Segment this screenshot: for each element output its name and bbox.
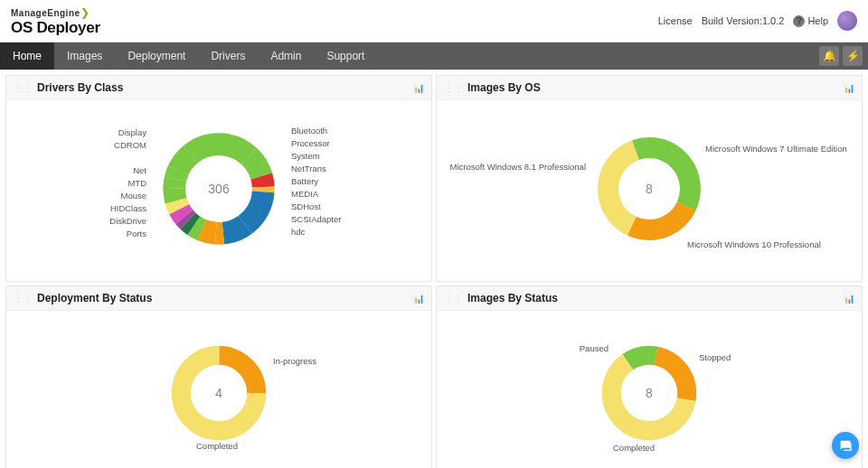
slice-label: Display bbox=[118, 127, 146, 137]
drag-handle-icon[interactable]: ⋮⋮ bbox=[14, 294, 33, 304]
slice-label: Microsoft Windows 10 Professional bbox=[687, 239, 821, 249]
drag-handle-icon[interactable]: ⋮⋮ bbox=[444, 294, 464, 304]
chart-type-icon[interactable]: 📊 bbox=[844, 83, 854, 93]
brand-company: ManageEngine❯ bbox=[11, 7, 100, 18]
bolt-icon: ⚡ bbox=[846, 50, 860, 62]
chart-type-icon[interactable]: 📊 bbox=[413, 294, 424, 304]
slice-label: System bbox=[291, 151, 320, 161]
panel-images-by-status: ⋮⋮ Images By Status 📊 8 Paused Stopped C… bbox=[436, 285, 863, 468]
nav-admin[interactable]: Admin bbox=[258, 42, 314, 70]
slice-label: DiskDrive bbox=[109, 216, 146, 226]
main-nav: Home Images Deployment Drivers Admin Sup… bbox=[0, 42, 868, 70]
slice-label: Ports bbox=[127, 229, 146, 239]
panel-title: Images By Status bbox=[467, 292, 558, 304]
slice-label: Microsoft Windows 7 Ultimate Edition bbox=[705, 144, 847, 154]
slice-label: HIDClass bbox=[110, 203, 146, 213]
help-link[interactable]: ? Help bbox=[793, 15, 828, 27]
drag-handle-icon[interactable]: ⋮⋮ bbox=[14, 83, 33, 93]
panel-drivers-by-class: ⋮⋮ Drivers By Class 📊 306 Display CDROM … bbox=[5, 75, 432, 282]
bell-icon: 🔔 bbox=[823, 50, 836, 62]
nav-deployment[interactable]: Deployment bbox=[115, 42, 198, 70]
donut-center-value: 4 bbox=[215, 386, 222, 400]
dashboard: ⋮⋮ Drivers By Class 📊 306 Display CDROM … bbox=[0, 70, 868, 468]
panel-images-by-os: ⋮⋮ Images By OS 📊 8 Microsoft Windows 8.… bbox=[436, 75, 863, 282]
nav-images[interactable]: Images bbox=[54, 42, 115, 70]
slice-label: Bluetooth bbox=[291, 126, 327, 136]
nav-drivers[interactable]: Drivers bbox=[198, 42, 258, 70]
panel-title: Images By OS bbox=[467, 81, 541, 94]
brand-product: OS Deployer bbox=[11, 20, 100, 35]
slice-label: In-progress bbox=[273, 356, 316, 366]
brand-block: ManageEngine❯ OS Deployer bbox=[11, 7, 100, 35]
donut-center-value: 306 bbox=[208, 182, 229, 196]
nav-left: Home Images Deployment Drivers Admin Sup… bbox=[0, 42, 377, 70]
leaf-icon: ❯ bbox=[80, 6, 90, 19]
slice-label: Paused bbox=[580, 343, 609, 353]
slice-label: Microsoft Windows 8.1 Professional bbox=[450, 162, 586, 172]
nav-support[interactable]: Support bbox=[314, 42, 377, 70]
slice-label: SCSIAdapter bbox=[291, 214, 341, 224]
slice-label: CDROM bbox=[114, 140, 146, 150]
quick-action-button[interactable]: ⚡ bbox=[843, 46, 863, 66]
slice-label: NetTrans bbox=[291, 164, 326, 173]
notifications-button[interactable]: 🔔 bbox=[819, 46, 839, 66]
slice-label: MTD bbox=[127, 178, 146, 188]
slice-label: MEDIA bbox=[291, 189, 318, 199]
chart-type-icon[interactable]: 📊 bbox=[844, 294, 854, 304]
slice-label: Processor bbox=[291, 138, 330, 148]
user-avatar[interactable] bbox=[837, 11, 857, 31]
donut-center-value: 8 bbox=[646, 386, 653, 400]
panel-title: Drivers By Class bbox=[37, 81, 123, 94]
slice-label: Completed bbox=[196, 441, 238, 451]
panel-deployment-by-status: ⋮⋮ Deployment By Status 📊 4 In-progress … bbox=[5, 285, 432, 468]
top-right: License Build Version:1.0.2 ? Help bbox=[658, 11, 857, 31]
slice-label: hdc bbox=[291, 227, 305, 237]
donut-center-value: 8 bbox=[646, 182, 653, 196]
slice-label: Completed bbox=[613, 443, 655, 453]
slice-label: SDHost bbox=[291, 201, 321, 211]
help-icon: ? bbox=[793, 15, 805, 27]
build-version: Build Version:1.0.2 bbox=[702, 15, 785, 26]
license-link[interactable]: License bbox=[658, 15, 693, 26]
top-bar: ManageEngine❯ OS Deployer License Build … bbox=[0, 0, 868, 42]
chat-icon bbox=[838, 438, 853, 453]
slice-label: Battery bbox=[291, 176, 318, 186]
panel-title: Deployment By Status bbox=[37, 292, 152, 304]
slice-label: Mouse bbox=[120, 191, 146, 201]
nav-right: 🔔 ⚡ bbox=[819, 42, 863, 70]
chart-type-icon[interactable]: 📊 bbox=[413, 83, 424, 93]
slice-label: Net bbox=[133, 165, 146, 175]
slice-label: Stopped bbox=[699, 352, 731, 362]
nav-home[interactable]: Home bbox=[0, 42, 54, 70]
chat-button[interactable] bbox=[832, 432, 859, 459]
drag-handle-icon[interactable]: ⋮⋮ bbox=[444, 83, 464, 93]
